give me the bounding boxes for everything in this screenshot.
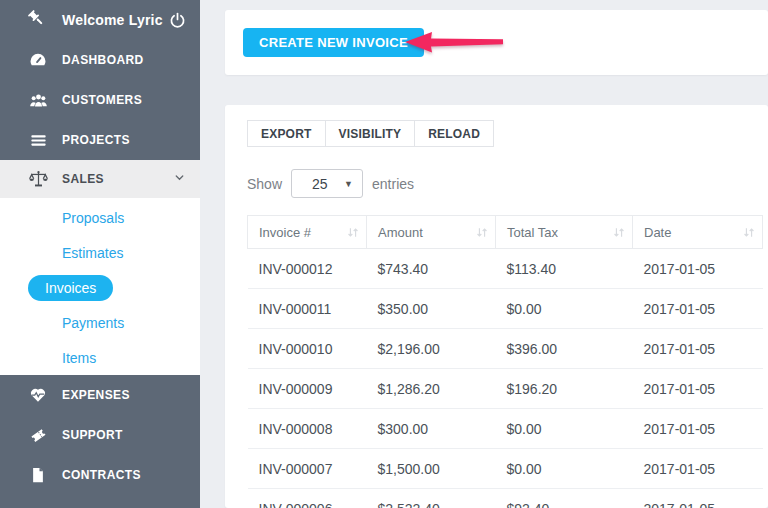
tax-cell: $0.00 <box>496 449 633 489</box>
tax-cell: $396.00 <box>496 329 633 369</box>
entries-select[interactable]: 25 ▼ <box>291 169 363 198</box>
table-row: INV-000012 $743.40 $113.40 2017-01-05 <box>248 249 763 289</box>
sidebar-item-label: CUSTOMERS <box>62 93 186 107</box>
chevron-down-icon <box>173 170 186 188</box>
expenses-icon <box>26 385 50 405</box>
tax-cell: $0.00 <box>496 409 633 449</box>
sort-icon <box>347 226 359 241</box>
submenu-item-payments[interactable]: Payments <box>0 305 200 340</box>
table-header-row: Invoice # Amount <box>248 216 763 249</box>
column-header-amount[interactable]: Amount <box>367 216 496 249</box>
annotation-arrow <box>405 31 503 58</box>
caret-down-icon: ▼ <box>344 179 353 189</box>
date-cell: 2017-01-05 <box>633 449 763 489</box>
date-cell: 2017-01-05 <box>633 289 763 329</box>
submenu-item-label: Payments <box>62 315 124 331</box>
reload-button[interactable]: RELOAD <box>414 120 494 147</box>
column-header-total-tax[interactable]: Total Tax <box>496 216 633 249</box>
submenu-item-estimates[interactable]: Estimates <box>0 235 200 270</box>
table-row: INV-000008 $300.00 $0.00 2017-01-05 <box>248 409 763 449</box>
entries-control: Show 25 ▼ entries <box>247 169 768 198</box>
support-icon <box>26 425 50 445</box>
invoice-link[interactable]: INV-000010 <box>248 329 367 369</box>
sidebar-item-expenses[interactable]: EXPENSES <box>0 375 200 415</box>
sidebar-item-label: EXPENSES <box>62 388 186 402</box>
table-row: INV-000009 $1,286.20 $196.20 2017-01-05 <box>248 369 763 409</box>
entries-select-value: 25 <box>312 176 328 192</box>
sales-submenu: Proposals Estimates Invoices Payments It… <box>0 198 200 375</box>
invoice-link[interactable]: INV-000012 <box>248 249 367 289</box>
table-row: INV-000007 $1,500.00 $0.00 2017-01-05 <box>248 449 763 489</box>
create-new-invoice-button[interactable]: CREATE NEW INVOICE <box>243 28 424 57</box>
gavel-icon <box>26 8 46 32</box>
date-cell: 2017-01-05 <box>633 329 763 369</box>
submenu-item-label: Estimates <box>62 245 123 261</box>
date-cell: 2017-01-05 <box>633 409 763 449</box>
main-content: CREATE NEW INVOICE EXPORT VISIBILITY REL… <box>200 0 768 508</box>
sidebar-header: Welcome Lyric <box>0 0 200 40</box>
welcome-title: Welcome Lyric <box>62 12 169 28</box>
active-pill: Invoices <box>28 275 113 301</box>
invoice-link[interactable]: INV-000006 <box>248 489 367 508</box>
submenu-item-label: Proposals <box>62 210 124 226</box>
table-row: INV-000011 $350.00 $0.00 2017-01-05 <box>248 289 763 329</box>
amount-cell: $743.40 <box>367 249 496 289</box>
app-window: Welcome Lyric DASHBOARD <box>0 0 768 508</box>
amount-cell: $350.00 <box>367 289 496 329</box>
sort-icon <box>743 226 755 241</box>
sales-icon <box>26 169 50 190</box>
tax-cell: $113.40 <box>496 249 633 289</box>
invoices-table: Invoice # Amount <box>247 215 763 508</box>
projects-icon <box>26 131 50 150</box>
column-header-invoice[interactable]: Invoice # <box>248 216 367 249</box>
amount-cell: $1,286.20 <box>367 369 496 409</box>
export-button[interactable]: EXPORT <box>247 120 326 147</box>
power-icon[interactable] <box>169 12 186 29</box>
sidebar-item-support[interactable]: SUPPORT <box>0 415 200 455</box>
create-invoice-card: CREATE NEW INVOICE <box>225 10 768 75</box>
sidebar-item-customers[interactable]: CUSTOMERS <box>0 80 200 120</box>
sidebar-item-label: CONTRACTS <box>62 468 186 482</box>
amount-cell: $2,522.40 <box>367 489 496 508</box>
sort-icon <box>613 226 625 241</box>
sidebar-item-projects[interactable]: PROJECTS <box>0 120 200 160</box>
sidebar-item-contracts[interactable]: CONTRACTS <box>0 455 200 495</box>
amount-cell: $300.00 <box>367 409 496 449</box>
entries-label: entries <box>372 176 414 192</box>
sidebar-item-sales[interactable]: SALES <box>0 160 200 198</box>
submenu-item-label: Items <box>62 350 96 366</box>
date-cell: 2017-01-05 <box>633 489 763 508</box>
submenu-item-items[interactable]: Items <box>0 340 200 375</box>
sidebar-item-dashboard[interactable]: DASHBOARD <box>0 40 200 80</box>
tax-cell: $196.20 <box>496 369 633 409</box>
sidebar: Welcome Lyric DASHBOARD <box>0 0 200 508</box>
customers-icon <box>26 90 50 111</box>
tax-cell: $92.40 <box>496 489 633 508</box>
table-toolbar: EXPORT VISIBILITY RELOAD <box>247 120 494 147</box>
invoice-link[interactable]: INV-000009 <box>248 369 367 409</box>
date-cell: 2017-01-05 <box>633 369 763 409</box>
contracts-icon <box>26 466 50 484</box>
invoice-link[interactable]: INV-000011 <box>248 289 367 329</box>
table-row: INV-000006 $2,522.40 $92.40 2017-01-05 <box>248 489 763 508</box>
visibility-button[interactable]: VISIBILITY <box>325 120 416 147</box>
show-label: Show <box>247 176 282 192</box>
sidebar-item-label: SUPPORT <box>62 428 186 442</box>
invoice-link[interactable]: INV-000007 <box>248 449 367 489</box>
amount-cell: $2,196.00 <box>367 329 496 369</box>
sidebar-item-label: SALES <box>62 172 173 186</box>
invoice-link[interactable]: INV-000008 <box>248 409 367 449</box>
column-header-date[interactable]: Date <box>633 216 763 249</box>
invoices-table-card: EXPORT VISIBILITY RELOAD Show 25 ▼ entri… <box>225 105 768 508</box>
date-cell: 2017-01-05 <box>633 249 763 289</box>
tax-cell: $0.00 <box>496 289 633 329</box>
dashboard-icon <box>26 50 50 70</box>
submenu-item-invoices[interactable]: Invoices <box>0 270 200 305</box>
table-row: INV-000010 $2,196.00 $396.00 2017-01-05 <box>248 329 763 369</box>
sidebar-item-label: DASHBOARD <box>62 53 186 67</box>
sort-icon <box>476 226 488 241</box>
submenu-item-proposals[interactable]: Proposals <box>0 200 200 235</box>
amount-cell: $1,500.00 <box>367 449 496 489</box>
sidebar-item-label: PROJECTS <box>62 133 186 147</box>
